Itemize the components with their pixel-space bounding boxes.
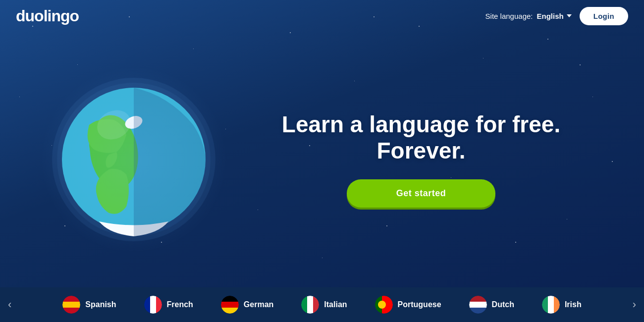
lang-name-portuguese: Portuguese xyxy=(398,300,441,309)
language-bar: ‹ SpanishFrenchGermanItalianPortugueseDu… xyxy=(0,287,644,322)
lang-name-dutch: Dutch xyxy=(492,300,514,309)
header: duolingo Site language: English Login xyxy=(0,0,644,32)
flag-german xyxy=(221,296,239,314)
hero-section: Learn a language for free. Forever. Get … xyxy=(238,111,644,208)
lang-item-spanish[interactable]: Spanish xyxy=(49,296,130,314)
site-language-label: Site language: xyxy=(485,12,533,20)
flag-french xyxy=(144,296,162,314)
lang-item-german[interactable]: German xyxy=(207,296,287,314)
lang-item-irish[interactable]: Irish xyxy=(528,296,595,314)
site-language-selector[interactable]: Site language: English xyxy=(485,12,572,20)
logo: duolingo xyxy=(16,7,79,25)
site-language-value: English xyxy=(537,12,564,20)
next-language-button[interactable]: › xyxy=(625,294,644,315)
lang-item-italian[interactable]: Italian xyxy=(287,296,361,314)
hero-title: Learn a language for free. Forever. xyxy=(238,111,604,164)
lang-name-german: German xyxy=(244,300,273,309)
flag-portuguese xyxy=(375,296,393,314)
language-items: SpanishFrenchGermanItalianPortugueseDutc… xyxy=(19,296,624,314)
flag-dutch xyxy=(469,296,487,314)
lang-name-irish: Irish xyxy=(565,300,582,309)
header-right: Site language: English Login xyxy=(485,7,628,25)
login-button[interactable]: Login xyxy=(580,7,628,25)
flag-italian xyxy=(301,296,319,314)
lang-item-portuguese[interactable]: Portuguese xyxy=(361,296,455,314)
lang-item-dutch[interactable]: Dutch xyxy=(455,296,528,314)
flag-spanish xyxy=(62,296,80,314)
get-started-button[interactable]: Get started xyxy=(347,179,495,208)
logo-text: duolingo xyxy=(16,7,79,25)
lang-name-spanish: Spanish xyxy=(85,300,116,309)
main-content: Learn a language for free. Forever. Get … xyxy=(0,32,644,287)
chevron-down-icon xyxy=(567,14,572,17)
globe-section xyxy=(0,75,238,244)
prev-language-button[interactable]: ‹ xyxy=(0,294,19,315)
globe-wrapper xyxy=(50,75,218,244)
flag-irish xyxy=(542,296,560,314)
lang-name-french: French xyxy=(167,300,193,309)
lang-item-french[interactable]: French xyxy=(130,296,207,314)
lang-name-italian: Italian xyxy=(324,300,347,309)
globe-glow xyxy=(40,65,228,254)
